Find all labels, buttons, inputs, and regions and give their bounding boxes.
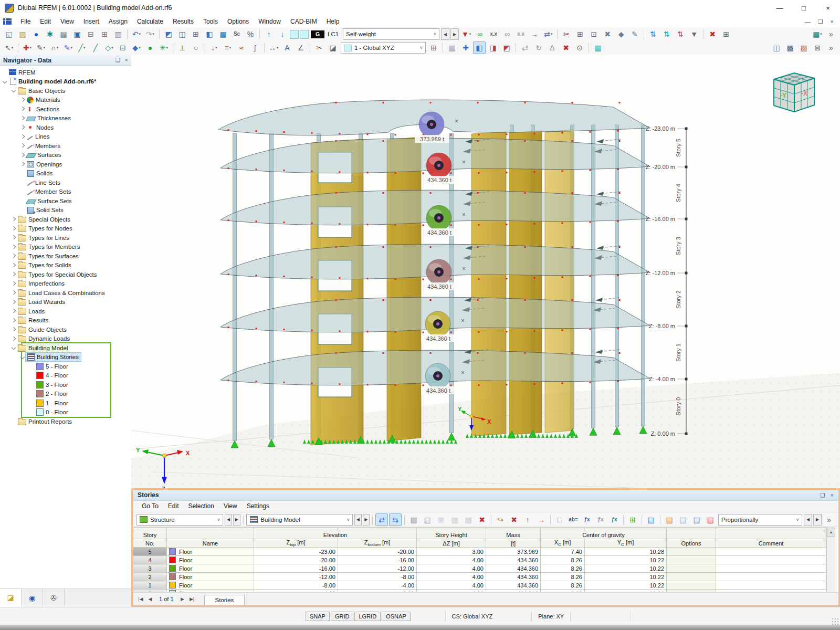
- expand-chevron-icon[interactable]: [11, 290, 17, 296]
- structure-prev-button[interactable]: ◀: [225, 514, 232, 526]
- delete-icon[interactable]: ✖: [706, 28, 719, 40]
- tree-item-0-floor[interactable]: 0 - Floor: [0, 408, 131, 417]
- story-name-cell[interactable]: Floor: [167, 581, 254, 590]
- tree-item-types-for-nodes[interactable]: Types for Nodes: [0, 224, 131, 234]
- tree-item-members[interactable]: Members: [0, 141, 131, 151]
- menu-file[interactable]: File: [16, 16, 35, 27]
- tree-item-loads[interactable]: Loads: [0, 307, 131, 316]
- status-toggle-snap[interactable]: SNAP: [306, 612, 330, 621]
- renumber-icon[interactable]: →: [528, 28, 541, 40]
- menu-options[interactable]: Options: [223, 16, 254, 27]
- expand-chevron-icon[interactable]: [11, 253, 17, 259]
- last-page-button[interactable]: ▶|: [187, 596, 197, 602]
- story-dz-cell[interactable]: 4.00: [417, 573, 486, 581]
- model-data-icon[interactable]: ✱: [44, 28, 56, 40]
- stories-toolbar-overflow-icon[interactable]: »: [823, 513, 835, 526]
- expand-chevron-icon[interactable]: [11, 88, 17, 93]
- story-mass-cell[interactable]: 434.360: [486, 556, 541, 564]
- structure-next-button[interactable]: ▶: [233, 514, 240, 526]
- fx-global-icon[interactable]: ƒx: [608, 513, 621, 526]
- tree-item-building-model-add-on-rf6[interactable]: Building model Add-on.rf6*: [0, 77, 131, 87]
- new-support-icon[interactable]: ⊥: [176, 41, 188, 54]
- result-values-icon[interactable]: x.x: [514, 28, 527, 40]
- story-ztop-cell[interactable]: -16.00: [254, 564, 338, 573]
- tree-item-surface-sets[interactable]: Surface Sets: [0, 196, 131, 206]
- tree-item-4-floor[interactable]: 4 - Floor: [0, 371, 131, 381]
- menu-window[interactable]: Window: [254, 16, 286, 27]
- story-xc-cell[interactable]: 8.26: [541, 581, 585, 590]
- sort-blue-icon[interactable]: ⇅: [647, 28, 659, 40]
- story-mass-cell[interactable]: 434.360: [486, 581, 541, 590]
- table-report-icon[interactable]: ▧: [462, 513, 475, 526]
- sync-model-selection-icon[interactable]: ⇄: [375, 513, 388, 526]
- clipboard-icon[interactable]: ▥: [112, 28, 124, 40]
- tree-item-thicknesses[interactable]: Thicknesses: [0, 114, 131, 123]
- tree-item-special-objects[interactable]: Special Objects: [0, 215, 131, 224]
- expand-chevron-icon[interactable]: [11, 308, 17, 314]
- story-yc-cell[interactable]: 10.22: [585, 564, 667, 573]
- edit-in-table-icon[interactable]: ▦: [592, 41, 604, 54]
- grid-icon[interactable]: ▦: [446, 41, 458, 54]
- story-dz-cell[interactable]: 3.00: [417, 548, 486, 556]
- intersect-icon[interactable]: ✖: [601, 28, 614, 40]
- transfer-loads-down-icon[interactable]: ↓: [276, 28, 289, 40]
- building-model-scene[interactable]: 373.969 t×434.360 t×434.360 t×434.360 t×…: [131, 55, 840, 488]
- expand-chevron-icon[interactable]: [20, 152, 26, 158]
- sync-table-selection-icon[interactable]: ⇆: [389, 513, 402, 526]
- rendering-icon[interactable]: ▨: [797, 41, 810, 54]
- row-height-mid-icon[interactable]: ▤: [690, 513, 703, 526]
- story-no-cell[interactable]: 1: [133, 581, 167, 590]
- toolbar-overflow-icon[interactable]: »: [825, 28, 837, 40]
- building-model-combo[interactable]: Building Model ˅: [246, 514, 353, 526]
- float-panel-icon[interactable]: ❏: [820, 492, 825, 499]
- empty-cell-icon[interactable]: □: [553, 513, 566, 526]
- expand-chevron-icon[interactable]: [20, 354, 26, 360]
- show-results-icon[interactable]: ∞: [501, 28, 513, 40]
- tree-item-rfem[interactable]: RFEM: [0, 68, 131, 77]
- story-options-cell[interactable]: [667, 556, 716, 564]
- new-table-icon[interactable]: ▦▾: [811, 28, 824, 40]
- tree-item-nodes[interactable]: Nodes: [0, 123, 131, 132]
- story-dz-cell[interactable]: 4.00: [417, 556, 486, 564]
- table-view-icon[interactable]: ▦: [407, 513, 420, 526]
- status-toggle-osnap[interactable]: OSNAP: [382, 612, 411, 621]
- node-on-line-icon[interactable]: ●: [144, 41, 156, 54]
- float-panel-icon[interactable]: ❏: [116, 57, 121, 64]
- new-model-icon[interactable]: ◱: [3, 28, 15, 40]
- expand-chevron-icon[interactable]: [11, 281, 17, 287]
- story-yc-cell[interactable]: 10.22: [585, 573, 667, 581]
- table-window-icon[interactable]: ▦: [217, 28, 229, 40]
- menu-tools[interactable]: Tools: [198, 16, 223, 27]
- tree-item-3-floor[interactable]: 3 - Floor: [0, 380, 131, 390]
- expand-chevron-icon[interactable]: [20, 134, 26, 140]
- expand-chevron-icon[interactable]: [11, 345, 17, 351]
- copy-icon[interactable]: ⊞: [98, 28, 111, 40]
- tree-item-load-cases-combinations[interactable]: Load Cases & Combinations: [0, 288, 131, 298]
- status-toggle-lgrid[interactable]: LGRID: [354, 612, 381, 621]
- story-options-cell[interactable]: [667, 548, 716, 556]
- resize-grip[interactable]: [832, 618, 839, 625]
- story-yc-cell[interactable]: 10.28: [585, 548, 667, 556]
- story-no-cell[interactable]: 3: [133, 564, 167, 573]
- chamfer-icon[interactable]: ◆: [615, 28, 627, 40]
- delete-all-rows-icon[interactable]: ✖: [476, 513, 488, 526]
- expand-chevron-icon[interactable]: [20, 97, 26, 103]
- redo-icon[interactable]: ↷▾: [144, 28, 156, 40]
- new-rib-icon[interactable]: ╱: [89, 41, 102, 54]
- stories-tab[interactable]: Stories: [204, 595, 245, 605]
- story-comment-cell[interactable]: [716, 573, 826, 581]
- story-name-cell[interactable]: Floor: [167, 556, 254, 564]
- save-icon[interactable]: ▣: [71, 28, 83, 40]
- story-row-5[interactable]: 5Floor-23.00-20.003.00373.9697.4010.28: [133, 548, 826, 556]
- row-height-fit-icon[interactable]: ▤: [663, 513, 676, 526]
- percent-icon[interactable]: %: [244, 28, 257, 40]
- table-export-icon[interactable]: ▤: [421, 513, 434, 526]
- generate-structure-icon[interactable]: ✳▾: [158, 41, 170, 54]
- tree-item-line-sets[interactable]: Line Sets: [0, 178, 131, 187]
- maximize-button[interactable]: □: [792, 0, 816, 16]
- tree-item-basic-objects[interactable]: Basic Objects: [0, 86, 131, 96]
- toolbar2-overflow-icon[interactable]: »: [825, 41, 837, 54]
- work-plane-icon[interactable]: ⊞: [427, 41, 440, 54]
- stories-menu-selection[interactable]: Selection: [184, 501, 219, 512]
- scroll-up-icon[interactable]: ▲: [827, 528, 835, 537]
